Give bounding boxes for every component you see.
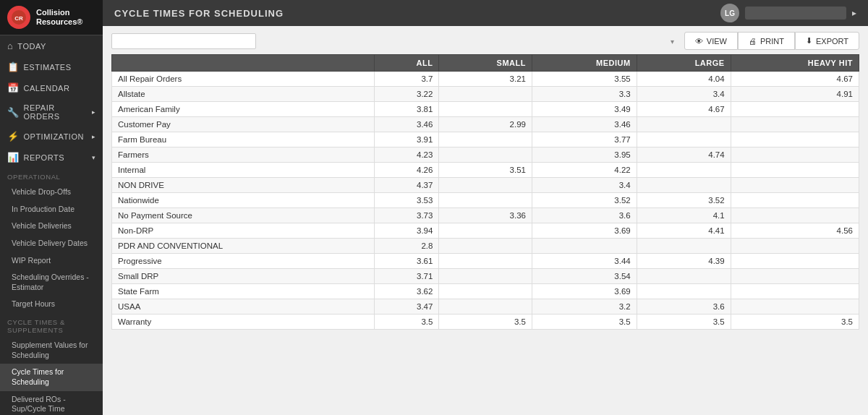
cell-label: USAA [112, 299, 375, 315]
user-search-input[interactable] [745, 7, 846, 20]
repair-orders-arrow: ▸ [92, 108, 96, 116]
cell-all: 3.53 [375, 193, 439, 208]
sidebar-sub-vehicle-deliveries[interactable]: Vehicle Deliveries [0, 218, 103, 235]
cell-medium: 3.3 [532, 87, 637, 102]
cell-medium: 3.69 [532, 284, 637, 299]
sidebar-item-estimates[interactable]: 📋 ESTIMATES [0, 56, 103, 77]
cell-heavy [731, 284, 859, 299]
view-button[interactable]: 👁 VIEW [684, 32, 738, 50]
sidebar-item-repair-orders[interactable]: 🔧 REPAIR ORDERS ▸ [0, 98, 103, 126]
sidebar-calendar-label: CALENDAR [24, 84, 70, 93]
sidebar-sub-wip-report[interactable]: WIP Report [0, 252, 103, 270]
table-row: Customer Pay3.462.993.46 [112, 117, 859, 132]
export-icon: ⬇ [806, 36, 812, 46]
cell-small [439, 299, 532, 315]
topbar: CYCLE TIMES FOR SCHEDULING LG ▸ [103, 0, 868, 26]
table-body: All Repair Orders3.73.213.554.044.67Alls… [112, 72, 859, 330]
cell-label: Progressive [112, 254, 375, 269]
cell-medium: 3.95 [532, 147, 637, 163]
cell-large [637, 284, 731, 299]
table-row: American Family3.813.494.67 [112, 102, 859, 117]
table-row: Non-DRP3.943.694.414.56 [112, 223, 859, 239]
sidebar-sub-vehicle-delivery-dates[interactable]: Vehicle Delivery Dates [0, 235, 103, 252]
home-icon: ⌂ [7, 40, 13, 51]
cell-large: 3.6 [637, 299, 731, 315]
print-button[interactable]: 🖨 PRINT [738, 32, 795, 50]
cell-small [439, 284, 532, 299]
cell-small: 3.21 [439, 72, 532, 87]
cell-heavy [731, 208, 859, 223]
table-row: No Payment Source3.733.363.64.1 [112, 208, 859, 223]
sidebar-reports-label: REPORTS [24, 153, 64, 162]
cell-heavy [731, 193, 859, 208]
sidebar-sub-target-hours[interactable]: Target Hours [0, 296, 103, 313]
cell-label: Internal [112, 163, 375, 178]
cell-large [637, 269, 731, 284]
cell-label: Farm Bureau [112, 132, 375, 147]
user-avatar: LG [720, 4, 739, 22]
cell-label: NON DRIVE [112, 178, 375, 193]
cell-all: 4.37 [375, 178, 439, 193]
cell-label: Small DRP [112, 269, 375, 284]
sidebar-sub-in-production-date[interactable]: In Production Date [0, 201, 103, 218]
sidebar: CR CollisionResources® ⌂ ToDaY 📋 ESTIMAT… [0, 0, 103, 415]
sidebar-item-reports[interactable]: 📊 REPORTS ▾ [0, 147, 103, 168]
eye-icon: 👁 [695, 37, 703, 46]
sidebar-sub-cycle-times[interactable]: Cycle Times for Scheduling [0, 364, 103, 390]
sidebar-item-optimization[interactable]: ⚡ OPTIMIZATION ▸ [0, 126, 103, 147]
cell-all: 4.26 [375, 163, 439, 178]
cell-label: All Repair Orders [112, 72, 375, 87]
sidebar-item-calendar[interactable]: 📅 CALENDAR [0, 77, 103, 98]
cell-all: 3.7 [375, 72, 439, 87]
cell-small: 3.36 [439, 208, 532, 223]
cell-all: 3.22 [375, 87, 439, 102]
cell-small [439, 87, 532, 102]
cell-small [439, 178, 532, 193]
wrench-icon: 🔧 [7, 107, 20, 118]
cell-label: No Payment Source [112, 208, 375, 223]
filter-dropdown[interactable] [111, 33, 256, 49]
cell-large: 4.04 [637, 72, 731, 87]
cell-medium: 3.55 [532, 72, 637, 87]
calendar-icon: 📅 [7, 82, 20, 93]
table-row: Farm Bureau3.913.77 [112, 132, 859, 147]
cell-all: 3.61 [375, 254, 439, 269]
main-content: CYCLE TIMES FOR SCHEDULING LG ▸ 👁 VIEW 🖨 [103, 0, 868, 415]
reports-icon: 📊 [7, 152, 20, 163]
cell-medium: 3.54 [532, 269, 637, 284]
cell-medium: 3.52 [532, 193, 637, 208]
logo-area: CR CollisionResources® [0, 0, 103, 35]
export-button[interactable]: ⬇ EXPORT [795, 32, 859, 50]
cell-heavy [731, 178, 859, 193]
cell-large [637, 117, 731, 132]
operational-header: OPERATIONAL [0, 170, 103, 184]
cell-heavy [731, 147, 859, 163]
col-header-heavy: HEAVY HIT [731, 55, 859, 72]
cell-small [439, 223, 532, 239]
logo-icon: CR [7, 6, 30, 29]
cell-medium: 3.69 [532, 223, 637, 239]
cell-label: Nationwide [112, 193, 375, 208]
cell-large: 4.41 [637, 223, 731, 239]
cell-heavy [731, 132, 859, 147]
sidebar-sub-delivered-ros[interactable]: Delivered ROs - Sup/Cycle Time [0, 391, 103, 415]
col-header-label [112, 55, 375, 72]
cell-large: 3.4 [637, 87, 731, 102]
sidebar-sub-supplement-values[interactable]: Supplement Values for Scheduling [0, 337, 103, 364]
cell-heavy [731, 239, 859, 254]
sidebar-sub-vehicle-drop-offs[interactable]: Vehicle Drop-Offs [0, 184, 103, 201]
cell-heavy [731, 163, 859, 178]
cell-medium: 3.49 [532, 102, 637, 117]
table-row: USAA3.473.23.6 [112, 299, 859, 315]
cell-all: 2.8 [375, 239, 439, 254]
cell-small [439, 193, 532, 208]
cell-medium: 3.77 [532, 132, 637, 147]
cell-small [439, 132, 532, 147]
col-header-medium: MEDIUM [532, 55, 637, 72]
sidebar-sub-scheduling-overrides[interactable]: Scheduling Overrides - Estimator [0, 269, 103, 296]
cell-label: PDR AND CONVENTIONAL [112, 239, 375, 254]
cell-heavy: 4.67 [731, 72, 859, 87]
view-label: VIEW [707, 37, 727, 46]
cell-heavy: 4.56 [731, 223, 859, 239]
sidebar-item-today[interactable]: ⌂ ToDaY [0, 35, 103, 56]
